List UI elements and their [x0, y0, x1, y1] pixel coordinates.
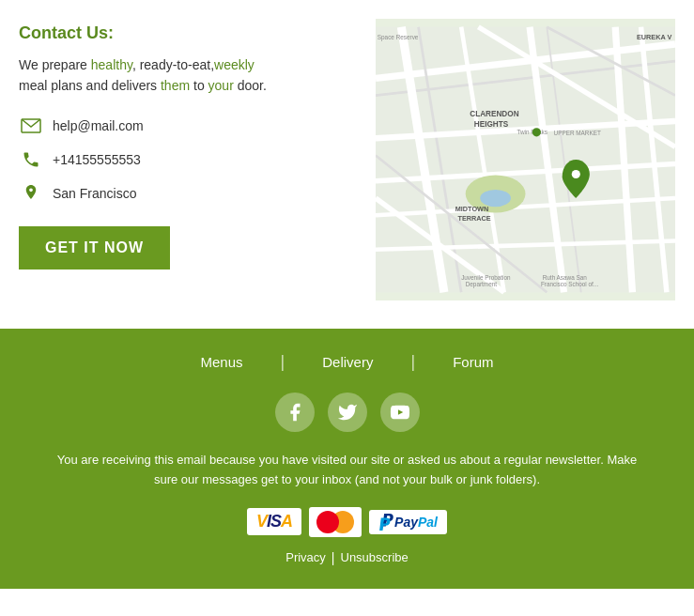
- svg-text:Ruth Asawa San: Ruth Asawa San: [543, 274, 588, 281]
- svg-text:CLARENDON: CLARENDON: [470, 110, 518, 118]
- social-icons-container: [19, 393, 675, 432]
- footer-nav-menus[interactable]: Menus: [163, 354, 281, 370]
- paypal-payment-icon: PayPal: [369, 510, 447, 534]
- footer-disclaimer: You are receiving this email because you…: [56, 451, 639, 490]
- twitter-icon[interactable]: [328, 393, 367, 432]
- footer: Menus | Delivery | Forum You are receivi…: [0, 329, 694, 589]
- unsubscribe-link[interactable]: Unsubscribe: [341, 550, 409, 564]
- contact-info-list: help@mail.com +14155555553 San Francisco: [19, 114, 357, 206]
- location-icon: [19, 181, 43, 206]
- youtube-icon[interactable]: [380, 393, 420, 432]
- paypal-label: PayPal: [394, 515, 438, 530]
- contact-email-item: help@mail.com: [19, 114, 357, 138]
- contact-left: Contact Us: We prepare healthy, ready-to…: [19, 19, 357, 300]
- mc-red-circle: [316, 511, 339, 533]
- footer-nav: Menus | Delivery | Forum: [19, 352, 675, 372]
- location-text: San Francisco: [53, 186, 136, 201]
- svg-point-29: [572, 170, 580, 178]
- visa-payment-icon: VISA: [247, 508, 301, 535]
- svg-text:HEIGHTS: HEIGHTS: [474, 120, 509, 129]
- phone-icon: [19, 147, 43, 172]
- facebook-icon[interactable]: [275, 393, 315, 432]
- email-text: help@mail.com: [53, 118, 144, 133]
- contact-section: Contact Us: We prepare healthy, ready-to…: [0, 0, 694, 329]
- svg-text:TERRACE: TERRACE: [457, 214, 490, 223]
- svg-text:EUREKA V: EUREKA V: [637, 33, 671, 41]
- svg-text:MIDTOWN: MIDTOWN: [455, 205, 488, 213]
- payment-icons: VISA PayPal: [19, 507, 675, 537]
- email-icon: [19, 114, 43, 138]
- map-container: CLARENDON HEIGHTS Twin Peaks UPPER MARKE…: [376, 19, 675, 300]
- get-it-now-button[interactable]: GET IT NOW: [19, 226, 170, 270]
- svg-text:Space Reserve: Space Reserve: [378, 34, 419, 41]
- footer-nav-divider-2: |: [410, 352, 415, 372]
- mastercard-payment-icon: [309, 507, 362, 537]
- contact-description: We prepare healthy, ready-to-eat,weekly …: [19, 54, 357, 97]
- svg-text:Francisco School of...: Francisco School of...: [541, 281, 599, 287]
- svg-text:Department: Department: [466, 281, 498, 288]
- privacy-link[interactable]: Privacy: [285, 550, 326, 564]
- svg-point-24: [532, 128, 541, 136]
- svg-text:Twin Peaks: Twin Peaks: [517, 129, 547, 135]
- contact-location-item: San Francisco: [19, 181, 357, 206]
- footer-nav-divider-1: |: [281, 352, 285, 372]
- svg-text:UPPER MARKET: UPPER MARKET: [554, 130, 601, 136]
- footer-nav-delivery[interactable]: Delivery: [285, 354, 410, 370]
- contact-title: Contact Us:: [19, 23, 357, 43]
- visa-label: VISA: [256, 512, 292, 531]
- footer-links-divider: |: [332, 550, 335, 565]
- phone-text: +14155555553: [53, 152, 141, 167]
- footer-nav-forum[interactable]: Forum: [415, 354, 531, 370]
- footer-links: Privacy | Unsubscribe: [19, 550, 675, 565]
- contact-phone-item: +14155555553: [19, 147, 357, 172]
- svg-text:Juvenile Probation: Juvenile Probation: [461, 274, 511, 281]
